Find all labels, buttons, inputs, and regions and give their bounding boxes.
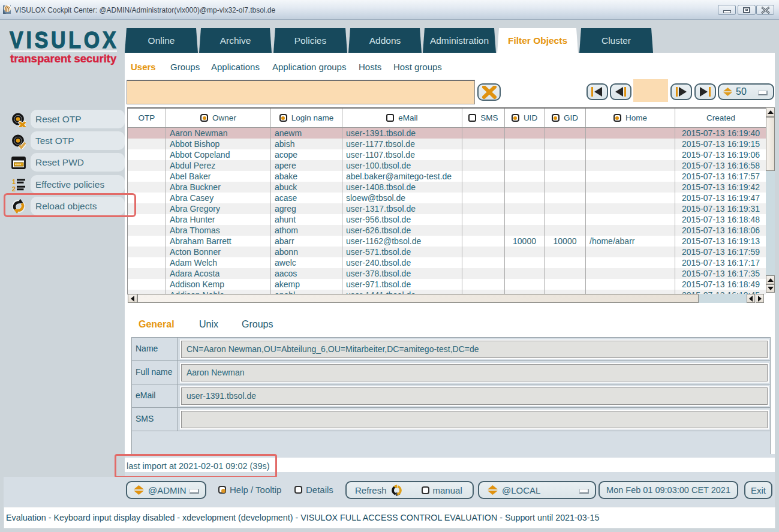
svg-text:2: 2 <box>12 185 16 192</box>
svg-text:1: 1 <box>12 178 16 185</box>
